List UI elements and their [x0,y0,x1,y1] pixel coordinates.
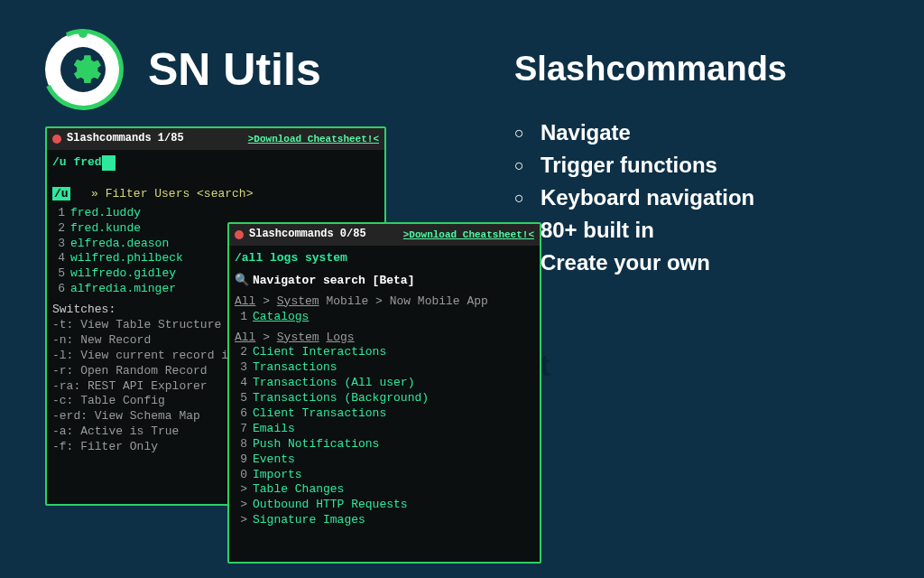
command-input[interactable]: /all logs system [235,249,534,268]
result-row[interactable]: 6Client Transactions [235,406,534,422]
feature-item: Keyboard navigation [514,185,893,210]
feature-item: Navigate [514,120,893,145]
result-row[interactable]: 7Emails [235,422,534,437]
terminal-window-2[interactable]: Slashcommands 0/85 >Download Cheatsheet!… [227,222,541,564]
terminal-title: Slashcommands 1/85 [67,132,184,146]
result-row[interactable]: 5Transactions (Background) [235,391,534,406]
terminal-header: Slashcommands 1/85 >Download Cheatsheet!… [47,128,384,150]
result-row[interactable]: 3Transactions [235,360,534,376]
feature-list: Navigate Trigger functions Keyboard navi… [514,120,893,275]
breadcrumb: All > System Mobile > Now Mobile App [235,294,534,310]
command-token: /u [52,187,70,200]
feature-item: Create your own [514,250,893,275]
feature-item: 80+ built in [514,218,893,243]
close-icon[interactable] [52,135,61,144]
gear-icon [60,47,106,92]
command-hint: Filter Users <search> [106,187,254,200]
terminal-header: Slashcommands 0/85 >Download Cheatsheet!… [229,224,540,246]
terminal-title: Slashcommands 0/85 [249,228,366,242]
download-cheatsheet-link[interactable]: >Download Cheatsheet!< [248,133,379,145]
feature-item: Trigger functions [514,153,893,178]
app-title: SN Utils [148,43,321,96]
close-icon[interactable] [235,230,244,239]
result-row[interactable]: 1Catalogs [235,310,534,325]
app-logo [45,32,121,107]
result-row[interactable]: 2Client Interactions [235,345,534,360]
download-cheatsheet-link[interactable]: >Download Cheatsheet!< [403,228,534,241]
result-row[interactable]: >Table Changes [235,482,534,498]
feature-heading: Slashcommands [514,50,893,89]
command-input[interactable]: /u fred [52,154,379,172]
result-row[interactable]: 1fred.luddy [52,206,379,221]
result-row[interactable]: 9Events [235,452,534,468]
result-row[interactable]: 8Push Notifications [235,437,534,452]
navigator-search-label: 🔍 Navigator search [Beta] [235,274,534,289]
result-row[interactable]: 4Transactions (All user) [235,376,534,391]
breadcrumb: All > System Logs [235,331,534,346]
result-row[interactable]: 0Imports [235,468,534,483]
result-row[interactable]: >Signature Images [235,513,534,528]
result-row[interactable]: >Outbound HTTP Requests [235,498,534,513]
search-icon: 🔍 [235,274,249,289]
command-hint-row: /u » Filter Users <search> [52,187,379,202]
